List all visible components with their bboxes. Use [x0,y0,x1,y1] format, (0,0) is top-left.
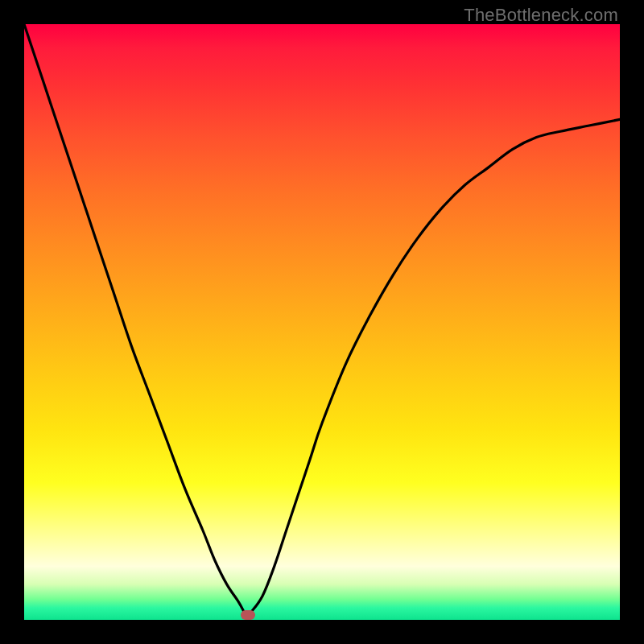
chart-frame: TheBottleneck.com [0,0,644,644]
optimum-marker [241,610,255,620]
plot-area [24,24,620,620]
bottleneck-curve [24,24,620,620]
watermark-text: TheBottleneck.com [464,5,618,26]
